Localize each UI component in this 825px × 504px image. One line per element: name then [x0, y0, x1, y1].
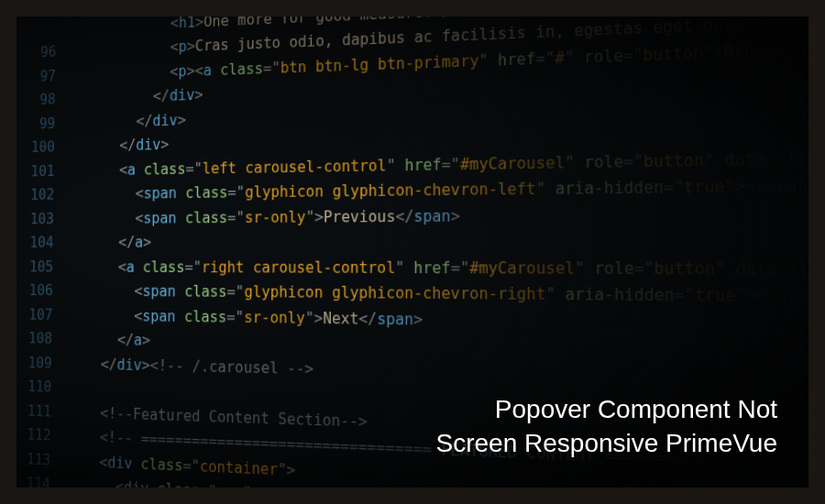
line-number: 107 [16, 303, 69, 328]
line-number: 113 [16, 447, 67, 474]
line-number: 104 [16, 231, 70, 255]
line-number: 96 [19, 40, 72, 66]
line-number: 109 [16, 351, 68, 377]
caption-text: Popover Component Not Screen Responsive … [436, 393, 777, 460]
line-number: 111 [16, 399, 68, 424]
line-number: 103 [16, 207, 70, 231]
line-number: 110 [16, 375, 68, 400]
line-number: 101 [17, 159, 71, 184]
line-number: 97 [19, 64, 72, 90]
line-number: 100 [18, 136, 72, 160]
line-number: 105 [16, 256, 70, 279]
line-number: 98 [18, 88, 72, 114]
line-number: 99 [18, 112, 72, 137]
line-number: 106 [16, 279, 69, 304]
line-number: 114 [16, 471, 67, 488]
code-content: </a> [70, 226, 808, 256]
code-line: 104 </a> [16, 226, 808, 256]
line-number: 108 [16, 327, 69, 352]
line-number: 112 [16, 422, 67, 449]
image-frame: carousel-caption"> <h1>One more for good… [16, 16, 808, 488]
line-number: 102 [17, 183, 71, 208]
line-number [19, 16, 72, 42]
